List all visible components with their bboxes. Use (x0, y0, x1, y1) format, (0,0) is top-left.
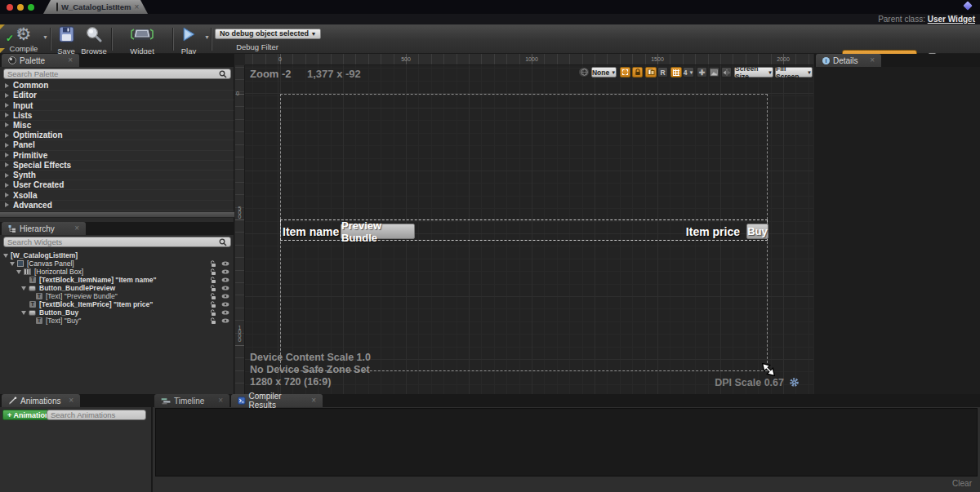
panel-splitter[interactable] (0, 211, 234, 218)
palette-category-user-created[interactable]: User Created (0, 180, 234, 190)
palette-category-common[interactable]: Common (0, 81, 234, 91)
collapse-icon[interactable] (3, 254, 8, 258)
flip-preview-button[interactable] (721, 67, 732, 78)
visibility-eye-icon[interactable] (221, 302, 229, 307)
collapse-icon[interactable] (10, 262, 15, 266)
expand-icon[interactable] (5, 153, 9, 157)
palette-category-panel[interactable]: Panel (0, 140, 234, 150)
designer-viewport[interactable]: Item name Preview Bundle Item price Buy … (245, 65, 813, 394)
debug-object-dropdown[interactable]: No debug object selected ▼ (215, 29, 321, 39)
close-window-icon[interactable] (7, 4, 13, 11)
palette-category-synth[interactable]: Synth (0, 171, 234, 180)
grid-snapping-toggle[interactable] (670, 67, 682, 78)
preview-image-button[interactable] (709, 67, 719, 78)
tab-details[interactable]: i Details × (816, 54, 881, 67)
tree-row-horizontal-box[interactable]: [Horizontal Box] (0, 268, 234, 276)
palette-category-lists[interactable]: Lists (0, 111, 234, 121)
palette-category-optimization[interactable]: Optimization (0, 131, 234, 140)
tab-palette[interactable]: Palette × (2, 54, 79, 67)
palette-category-editor[interactable]: Editor (0, 91, 234, 100)
collapse-icon[interactable] (21, 311, 26, 315)
expand-icon[interactable] (5, 133, 9, 138)
collapse-icon[interactable] (16, 270, 21, 274)
expand-icon[interactable] (5, 193, 9, 197)
visibility-eye-icon[interactable] (221, 286, 229, 290)
expand-icon[interactable] (5, 143, 9, 148)
compile-button[interactable]: ⚙⚙✓ Compile (5, 26, 42, 53)
tree-row-textblock-itemprice[interactable]: T [TextBlock_ItemPrice] "Item price" (0, 300, 234, 308)
flag-dropdown[interactable]: None▼ (591, 67, 617, 78)
expand-icon[interactable] (5, 93, 9, 98)
compile-options-caret-icon[interactable]: ▼ (42, 34, 48, 40)
unlocked-icon[interactable] (210, 301, 216, 308)
tree-row-canvas-panel[interactable]: [Canvas Panel] (0, 259, 234, 268)
show-outlines-toggle[interactable] (620, 67, 630, 78)
preview-background-toggle[interactable] (645, 67, 657, 78)
close-icon[interactable]: × (69, 397, 74, 405)
tree-row-root[interactable]: [W_CatalogListItem] (0, 251, 234, 259)
tab-hierarchy[interactable]: Hierarchy × (2, 222, 86, 235)
respect-locks-toggle[interactable] (632, 67, 643, 78)
palette-category-input[interactable]: Input (0, 100, 234, 110)
screen-size-dropdown[interactable]: Screen Size▼ (734, 67, 773, 78)
canvas-item-name-text[interactable]: Item name (283, 225, 339, 238)
expand-icon[interactable] (5, 202, 9, 207)
preview-respect-toggle[interactable]: R (657, 67, 668, 78)
play-options-caret-icon[interactable]: ▼ (204, 34, 210, 40)
palette-category-advanced[interactable]: Advanced (0, 201, 234, 211)
tab-timeline[interactable]: Timeline × (154, 394, 229, 407)
visibility-eye-icon[interactable] (221, 294, 229, 299)
unlocked-icon[interactable] (210, 293, 216, 300)
play-button[interactable]: Play (176, 26, 201, 55)
palette-category-misc[interactable]: Misc (0, 121, 234, 131)
expand-icon[interactable] (5, 162, 9, 167)
unlocked-icon[interactable] (210, 309, 216, 317)
palette-category-special-effects[interactable]: Special Effects (0, 161, 234, 171)
visibility-eye-icon[interactable] (221, 261, 229, 266)
unlocked-icon[interactable] (210, 277, 216, 284)
fill-screen-dropdown[interactable]: Fill Screen▼ (775, 67, 813, 78)
hierarchy-search-input[interactable] (7, 237, 219, 246)
expand-icon[interactable] (5, 103, 9, 108)
canvas-item-price-text[interactable]: Item price (653, 225, 740, 238)
palette-category-xsolla[interactable]: Xsolla (0, 190, 234, 200)
zoom-window-icon[interactable] (28, 4, 34, 11)
canvas-buy-button[interactable]: Buy (746, 224, 768, 239)
close-icon[interactable]: × (311, 397, 316, 405)
tree-row-textblock-itemname[interactable]: T [TextBlock_ItemName] "Item name" (0, 276, 234, 284)
tree-row-button-bundlepreview[interactable]: Button_BundlePreview (0, 284, 234, 292)
canvas-preview-bundle-button[interactable]: Preview Bundle (341, 224, 415, 239)
unlocked-icon[interactable] (210, 317, 216, 325)
visibility-eye-icon[interactable] (221, 277, 229, 282)
save-button[interactable]: Save (55, 26, 78, 55)
tree-row-button-buy[interactable]: Button_Buy (0, 308, 234, 317)
dpi-settings-gear-icon[interactable] (789, 377, 800, 388)
unlocked-icon[interactable] (210, 268, 216, 276)
asset-tab[interactable]: W_CatalogListItem × (43, 0, 148, 14)
clear-log-button[interactable]: Clear (952, 479, 972, 488)
collapse-icon[interactable] (21, 286, 26, 290)
expand-icon[interactable] (5, 113, 9, 117)
minimize-window-icon[interactable] (17, 4, 24, 11)
close-icon[interactable]: × (218, 397, 223, 405)
localization-preview-button[interactable] (578, 67, 590, 78)
visibility-eye-icon[interactable] (221, 310, 229, 315)
tree-row-text-previewbundle[interactable]: T [Text] "Preview Bundle" (0, 292, 234, 300)
close-icon[interactable]: × (870, 56, 875, 64)
tab-compiler-results[interactable]: Compiler Results × (231, 394, 323, 407)
visibility-eye-icon[interactable] (221, 318, 229, 323)
close-icon[interactable]: × (68, 56, 73, 64)
transform-mode-button[interactable]: ✚ (697, 67, 707, 78)
palette-search-input[interactable] (7, 69, 219, 78)
close-icon[interactable]: × (74, 224, 79, 233)
tree-row-text-buy[interactable]: T [Text] "Buy" (0, 317, 234, 325)
expand-icon[interactable] (5, 183, 9, 188)
expand-icon[interactable] (5, 122, 9, 127)
close-icon[interactable]: × (135, 3, 140, 11)
unlocked-icon[interactable] (210, 285, 216, 292)
compiler-output-area[interactable] (155, 408, 978, 476)
grid-size-dropdown[interactable]: 4▼ (683, 67, 694, 78)
palette-category-primitive[interactable]: Primitive (0, 151, 234, 161)
expand-icon[interactable] (5, 83, 9, 88)
parent-class-link[interactable]: User Widget (928, 15, 975, 24)
